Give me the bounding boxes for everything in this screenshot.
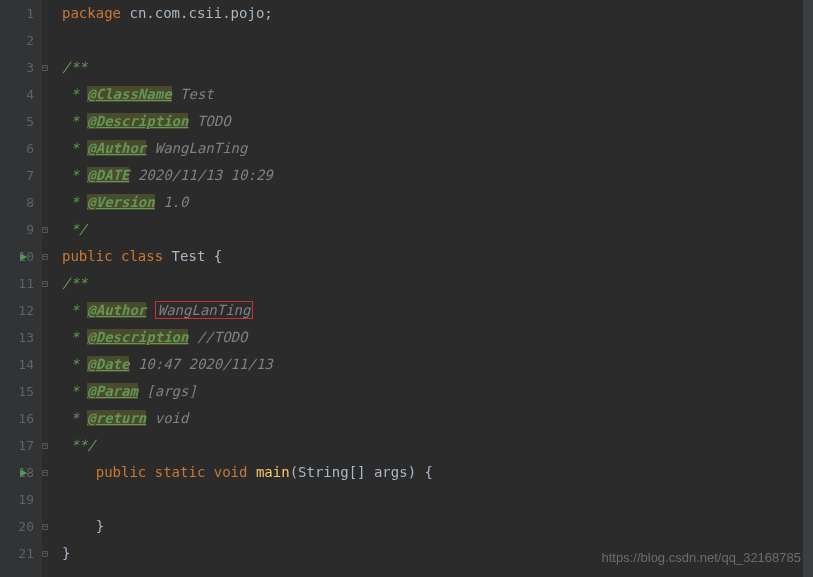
line-number: 21 (0, 540, 34, 567)
open-brace: { (425, 464, 433, 480)
javadoc-value: 10:47 2020/11/13 (138, 356, 273, 372)
line-number: 20 (0, 513, 34, 540)
code-line: * @Author WangLanTing (62, 297, 813, 324)
keyword-package: package (62, 5, 121, 21)
javadoc-star: * (62, 167, 87, 183)
code-line: * @return void (62, 405, 813, 432)
param-type: String[] (298, 464, 365, 480)
line-number: 17 (0, 432, 34, 459)
javadoc-tag-author: @Author (87, 140, 146, 156)
javadoc-tag-author: @Author (87, 302, 146, 318)
javadoc-star: * (62, 140, 87, 156)
code-line: } (62, 513, 813, 540)
javadoc-tag-classname: @ClassName (87, 86, 171, 102)
close-paren: ) (408, 464, 416, 480)
javadoc-star: * (62, 86, 87, 102)
code-line: * @DATE 2020/11/13 10:29 (62, 162, 813, 189)
code-line: * @ClassName Test (62, 81, 813, 108)
javadoc-value: //TODO (197, 329, 248, 345)
javadoc-star: * (62, 113, 87, 129)
code-line: * @Description //TODO (62, 324, 813, 351)
open-brace: { (214, 248, 222, 264)
javadoc-value-error: WangLanTing (155, 301, 254, 319)
javadoc-star: * (62, 410, 87, 426)
keyword-static: static (155, 464, 206, 480)
javadoc-tag-version: @Version (87, 194, 154, 210)
line-number: 6 (0, 135, 34, 162)
line-number: 7 (0, 162, 34, 189)
gutter: 1 2 3 4 5 6 7 8 9 10 11 12 13 14 15 16 1… (0, 0, 42, 577)
javadoc-value: TODO (197, 113, 231, 129)
javadoc-tag-description: @Description (87, 113, 188, 129)
line-number: 5 (0, 108, 34, 135)
code-area[interactable]: package cn.com.csii.pojo; /** * @ClassNa… (42, 0, 813, 577)
close-brace: } (62, 545, 70, 561)
javadoc-value: 2020/11/13 10:29 (138, 167, 273, 183)
javadoc-tag-param: @Param (87, 383, 138, 399)
line-number: 18 (0, 459, 34, 486)
close-brace: } (96, 518, 104, 534)
line-number: 1 (0, 0, 34, 27)
keyword-public: public (62, 248, 113, 264)
line-number: 13 (0, 324, 34, 351)
javadoc-value: 1.0 (163, 194, 188, 210)
run-gutter-icon[interactable]: ▶ (20, 465, 27, 479)
javadoc-open: /** (62, 59, 87, 75)
line-number: 8 (0, 189, 34, 216)
javadoc-value: WangLanTing (155, 140, 248, 156)
method-name: main (256, 464, 290, 480)
javadoc-tag-date: @DATE (87, 167, 129, 183)
code-line: * @Date 10:47 2020/11/13 (62, 351, 813, 378)
code-line: * @Description TODO (62, 108, 813, 135)
code-line: * @Version 1.0 (62, 189, 813, 216)
line-number: 9 (0, 216, 34, 243)
code-line: * @Author WangLanTing (62, 135, 813, 162)
keyword-public: public (96, 464, 147, 480)
javadoc-star: * (62, 302, 87, 318)
line-numbers: 1 2 3 4 5 6 7 8 9 10 11 12 13 14 15 16 1… (0, 0, 42, 567)
package-name: cn.com.csii.pojo (129, 5, 264, 21)
javadoc-value: [args] (146, 383, 197, 399)
watermark-text: https://blog.csdn.net/qq_32168785 (602, 550, 802, 565)
line-number: 12 (0, 297, 34, 324)
code-line: public class Test { (62, 243, 813, 270)
semicolon: ; (264, 5, 272, 21)
javadoc-tag-description: @Description (87, 329, 188, 345)
class-name: Test (172, 248, 206, 264)
code-line-blank (62, 27, 813, 54)
javadoc-open: /** (62, 275, 87, 291)
code-editor: 1 2 3 4 5 6 7 8 9 10 11 12 13 14 15 16 1… (0, 0, 813, 577)
line-number: 14 (0, 351, 34, 378)
vertical-scrollbar[interactable] (803, 0, 813, 577)
javadoc-star: * (62, 329, 87, 345)
line-number: 15 (0, 378, 34, 405)
javadoc-star: * (62, 194, 87, 210)
param-name: args (374, 464, 408, 480)
javadoc-tag-date: @Date (87, 356, 129, 372)
code-line: **/ (62, 432, 813, 459)
code-line: public static void main(String[] args) { (62, 459, 813, 486)
line-number: 11 (0, 270, 34, 297)
code-line: * @Param [args] (62, 378, 813, 405)
line-number: 4 (0, 81, 34, 108)
line-number: 10 (0, 243, 34, 270)
code-line: /** (62, 270, 813, 297)
javadoc-value: Test (180, 86, 214, 102)
run-gutter-icon[interactable]: ▶ (20, 249, 27, 263)
code-line: package cn.com.csii.pojo; (62, 0, 813, 27)
keyword-void: void (214, 464, 248, 480)
line-number: 16 (0, 405, 34, 432)
code-line: */ (62, 216, 813, 243)
line-number: 19 (0, 486, 34, 513)
javadoc-close: */ (62, 221, 87, 237)
javadoc-star: * (62, 383, 87, 399)
keyword-class: class (121, 248, 163, 264)
javadoc-tag-return: @return (87, 410, 146, 426)
line-number: 2 (0, 27, 34, 54)
javadoc-star: * (62, 356, 87, 372)
open-paren: ( (290, 464, 298, 480)
code-line: /** (62, 54, 813, 81)
javadoc-close: **/ (62, 437, 96, 453)
javadoc-value: void (155, 410, 189, 426)
code-line-blank (62, 486, 813, 513)
